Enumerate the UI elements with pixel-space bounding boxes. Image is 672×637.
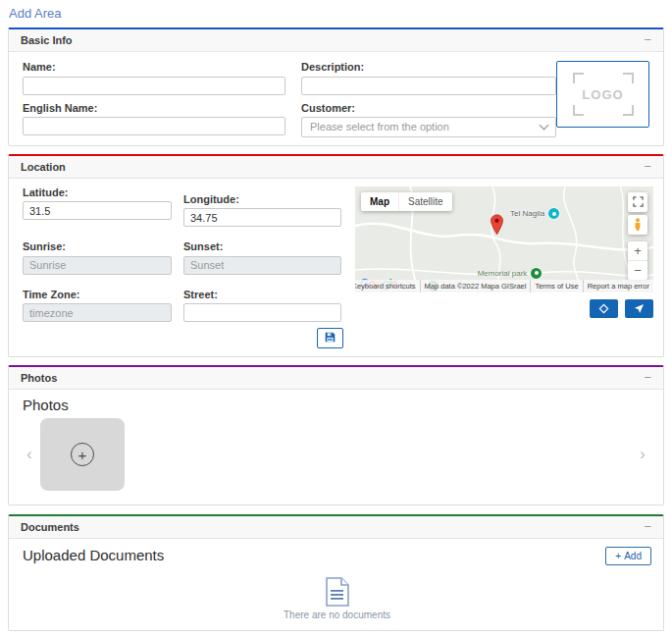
documents-empty-state: There are no documents: [23, 577, 651, 620]
collapse-icon[interactable]: −: [644, 162, 651, 172]
google-map[interactable]: Map Satellite + − Tel Nagila: [355, 186, 653, 292]
customer-select-placeholder: Please select from the option: [310, 121, 449, 133]
map-type-control: Map Satellite: [361, 192, 452, 211]
plus-circle-icon: +: [71, 443, 94, 466]
english-name-label: English Name:: [23, 102, 285, 114]
street-label: Street:: [183, 289, 341, 300]
map-attribution: Keyboard shortcuts Map data ©2022 Mapa G…: [355, 280, 653, 292]
description-input[interactable]: [301, 77, 556, 95]
uploaded-documents-label: Uploaded Documents: [23, 547, 164, 563]
report-map-error-link[interactable]: Report a map error: [583, 280, 653, 292]
photos-label: Photos: [23, 397, 649, 413]
longitude-input[interactable]: [183, 208, 341, 227]
collapse-icon[interactable]: −: [644, 373, 651, 383]
directions-diamond-icon: [598, 303, 609, 314]
logo-corner-icon: [623, 73, 634, 83]
floppy-disk-icon: [325, 331, 336, 345]
logo-placeholder-text: LOGO: [582, 87, 623, 102]
sunset-input: [183, 256, 341, 275]
description-label: Description:: [301, 61, 556, 73]
photos-card: Photos − Photos ‹ + ›: [8, 365, 664, 505]
location-header: Location −: [9, 156, 663, 179]
carousel-prev-icon[interactable]: ‹: [23, 446, 36, 463]
basic-info-body: Name: English Name: Description: Custome…: [9, 52, 663, 145]
latitude-label: Latitude:: [23, 186, 172, 198]
logo-corner-icon: [623, 105, 634, 116]
fullscreen-icon: [633, 196, 644, 207]
street-input[interactable]: [183, 303, 341, 322]
red-map-marker-icon[interactable]: [490, 214, 504, 239]
name-label: Name:: [23, 61, 285, 73]
add-area-breadcrumb-link[interactable]: Add Area: [0, 0, 672, 27]
longitude-label: Longitude:: [183, 193, 341, 205]
customer-select[interactable]: Please select from the option: [301, 117, 556, 137]
basic-info-card: Basic Info − Name: English Name: Descrip…: [8, 27, 664, 146]
timezone-input: [23, 303, 172, 322]
add-photo-button[interactable]: +: [40, 418, 125, 491]
keyboard-shortcuts-link[interactable]: Keyboard shortcuts: [355, 280, 420, 292]
photos-body: Photos ‹ + ›: [9, 390, 663, 504]
logo-frame: LOGO: [573, 73, 634, 116]
map-zoom-control: + −: [628, 241, 647, 280]
customer-label: Customer:: [301, 102, 556, 114]
directions-button[interactable]: [590, 299, 618, 318]
latitude-input[interactable]: [23, 201, 172, 220]
zoom-in-button[interactable]: +: [628, 241, 647, 261]
photos-title: Photos: [21, 372, 57, 384]
fullscreen-button[interactable]: [628, 192, 647, 212]
timezone-label: Time Zone:: [23, 289, 172, 300]
documents-header: Documents −: [9, 516, 663, 539]
logo-corner-icon: [573, 105, 584, 116]
location-body: Latitude: Longitude: Sunrise: Sunset: Ti…: [9, 179, 663, 357]
poi-label: Memorial park: [478, 269, 528, 278]
poi-tel-nagila[interactable]: Tel Nagila: [510, 207, 560, 220]
pegman-streetview-button[interactable]: [628, 215, 647, 235]
location-card: Location − Latitude: Longitude: Sunrise:…: [8, 154, 664, 358]
collapse-icon[interactable]: −: [644, 35, 651, 45]
chevron-down-icon: [540, 120, 549, 130]
poi-memorial-park[interactable]: Memorial park: [478, 267, 543, 280]
location-title: Location: [21, 161, 66, 173]
document-icon: [325, 577, 350, 607]
save-location-button[interactable]: [317, 328, 343, 348]
documents-card: Documents − Uploaded Documents + Add The…: [8, 514, 664, 631]
photos-carousel: ‹ + ›: [23, 418, 649, 491]
terms-of-use-link[interactable]: Terms of Use: [530, 280, 582, 292]
zoom-out-button[interactable]: −: [628, 261, 647, 280]
map-tab[interactable]: Map: [361, 192, 398, 211]
map-data-text: Map data ©2022 Mapa GISrael: [420, 280, 531, 292]
basic-info-header: Basic Info −: [9, 29, 663, 52]
add-document-button[interactable]: + Add: [605, 547, 651, 565]
documents-body: Uploaded Documents + Add There are no do…: [9, 539, 663, 630]
logo-corner-icon: [573, 73, 584, 83]
pegman-icon: [633, 218, 643, 232]
poi-park-icon: [530, 267, 543, 280]
plus-icon: +: [615, 551, 621, 561]
locate-button[interactable]: [625, 299, 653, 318]
navigation-arrow-icon: [634, 303, 645, 314]
english-name-input[interactable]: [23, 117, 285, 135]
carousel-next-icon[interactable]: ›: [636, 446, 649, 463]
no-documents-text: There are no documents: [284, 610, 390, 620]
sunset-label: Sunset:: [183, 240, 341, 252]
poi-label: Tel Nagila: [510, 209, 544, 218]
sunrise-input: [23, 256, 172, 275]
photos-header: Photos −: [9, 367, 663, 390]
basic-info-title: Basic Info: [21, 34, 73, 46]
collapse-icon[interactable]: −: [644, 522, 651, 532]
logo-upload-box[interactable]: LOGO: [556, 61, 649, 128]
name-input[interactable]: [23, 77, 285, 95]
documents-title: Documents: [21, 521, 79, 533]
sunrise-label: Sunrise:: [23, 240, 172, 252]
poi-teal-icon: [547, 207, 560, 220]
satellite-tab[interactable]: Satellite: [398, 192, 452, 211]
